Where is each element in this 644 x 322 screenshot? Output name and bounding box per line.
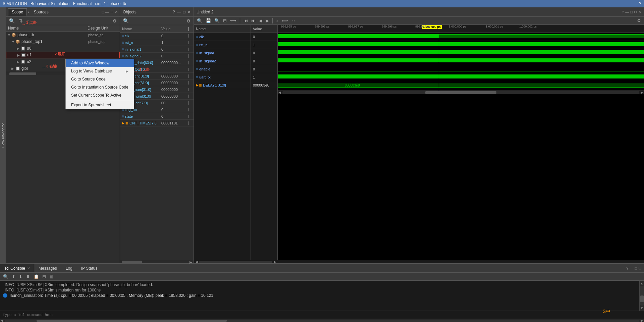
console-scroll-up[interactable]: ▲ — [640, 281, 644, 285]
console-scroll-down[interactable]: ▼ — [640, 306, 644, 310]
wave-name-in-signal1[interactable]: ⎍in_signal1 — [194, 49, 251, 57]
console-up[interactable]: ⬆ — [11, 274, 16, 279]
wave-val-uart-tx: 1 — [251, 73, 277, 81]
console-grid[interactable]: ⊞ — [41, 274, 47, 279]
wave-marker[interactable]: ↕ — [275, 18, 279, 23]
win-restore[interactable]: □ — [102, 10, 104, 14]
wave-scroll-right[interactable]: ▶ — [641, 91, 643, 94]
wave-prev[interactable]: ◀ — [258, 18, 263, 23]
scope-panel-header: Scope ‹ Sources □ — ⊡ ✕ — [6, 7, 120, 17]
obj-row-rst-n[interactable]: ⎍rst_n 1 | — [120, 39, 194, 46]
obj-scroll-arrow-right[interactable]: ▶ — [190, 260, 192, 264]
wave-start[interactable]: ⏮ — [243, 18, 249, 23]
wave-scroll-track — [282, 91, 639, 94]
wave-zoom-fit[interactable]: ⊞ — [222, 18, 228, 23]
obj-minimize[interactable]: — — [177, 10, 181, 14]
obj-row-clk[interactable]: ⎍clk 0 | — [120, 33, 194, 39]
wave-hscrollbar[interactable]: ◀ ▶ — [278, 91, 644, 94]
wave-val-in-signal2: 0 — [251, 57, 277, 65]
obj-restore[interactable]: □ — [183, 10, 185, 14]
wave-scroll-left[interactable]: ◀ — [278, 91, 281, 94]
ctx-export-spreadsheet[interactable]: Export to Spreadsheet... — [66, 101, 134, 109]
console-restore[interactable]: □ — [635, 266, 637, 270]
obj-search-btn[interactable]: 🔍 — [122, 18, 130, 24]
obj-help[interactable]: ? — [173, 10, 175, 14]
win-maximize[interactable]: ⊡ — [110, 10, 113, 14]
wave-close[interactable]: ✕ — [638, 10, 641, 14]
tree-item-phase-tb[interactable]: ▼ 📦 phase_tb phase_tb — [6, 32, 120, 38]
obj-close[interactable]: ✕ — [187, 10, 191, 14]
wave-zoom-in[interactable]: 🔍 — [213, 18, 221, 23]
console-trash[interactable]: 🗑 — [48, 274, 55, 279]
tab-log[interactable]: Log — [61, 264, 77, 272]
obj-row-state[interactable]: ⎍state 0 | — [120, 113, 194, 120]
console-hscroll-thumb[interactable] — [37, 320, 227, 322]
help-btn[interactable]: ? — [639, 1, 641, 6]
names-scroll-right[interactable]: ▶ — [274, 260, 276, 264]
wave-help[interactable]: ? — [622, 10, 624, 14]
tab-sources[interactable]: Sources — [30, 8, 52, 16]
wave-name-in-signal2[interactable]: ⎍in_signal2 — [194, 57, 251, 65]
tcl-console-close[interactable]: ✕ — [27, 266, 30, 270]
wave-end[interactable]: ⏭ — [250, 18, 257, 23]
wave-marker2[interactable]: ⟺ — [281, 18, 289, 23]
obj-row-in-signal2[interactable]: ⎍in_signal2 0 | — [120, 53, 194, 59]
console-down[interactable]: ⬇ — [18, 274, 23, 279]
wave-restore[interactable]: □ — [630, 10, 633, 14]
wave-zoom-full[interactable]: ⟷ — [229, 18, 237, 23]
tree-item-u1[interactable]: ▶ 🔲 u1 — [6, 52, 120, 58]
ctx-log-wave[interactable]: Log to Wave Database ▶ — [66, 67, 134, 75]
wave-content: Name ⎍clk ⎍rst_n ⎍in_signal1 ⎍in_signal2… — [194, 25, 644, 260]
console-input-field[interactable] — [3, 313, 641, 317]
wave-name-delay1[interactable]: ▶▦DELAY1[31:0] — [194, 81, 251, 89]
console-minimize[interactable]: — — [630, 266, 633, 270]
tab-tcl-console[interactable]: Tcl Console ✕ — [0, 264, 34, 272]
wave-expand[interactable]: ↔ — [290, 18, 297, 23]
wave-search[interactable]: 🔍 — [196, 18, 203, 23]
expand-btn[interactable]: ↕ — [26, 18, 30, 24]
wave-name-enable[interactable]: ⎍enable — [194, 65, 251, 73]
console-search[interactable]: 🔍 — [2, 274, 9, 279]
wave-settings[interactable]: ⚙ — [636, 18, 642, 23]
win-close[interactable]: ✕ — [115, 10, 118, 14]
console-pause[interactable]: ⏸ — [25, 274, 31, 279]
search-btn[interactable]: 🔍 — [8, 18, 16, 24]
wave-scroll-thumb[interactable] — [425, 91, 497, 94]
objects-scroll-thumb[interactable] — [122, 261, 142, 263]
objects-scrollbar[interactable]: ▶ — [120, 260, 194, 263]
wave-save[interactable]: 💾 — [205, 18, 212, 23]
tree-item-phase-top1[interactable]: ▼ 📦 phase_top1 phase_top — [6, 38, 120, 45]
ctx-goto-source[interactable]: Go to Source Code — [66, 75, 134, 83]
wave-maximize[interactable]: ⊡ — [634, 10, 637, 14]
win-minimize[interactable]: — — [105, 10, 109, 14]
wave-next[interactable]: ▶ — [265, 18, 270, 23]
ctx-set-scope[interactable]: Set Current Scope To Active — [66, 91, 134, 99]
scope-scroll-thumb[interactable] — [9, 72, 36, 75]
names-scroll-left[interactable]: ◀ — [195, 260, 198, 264]
console-copy[interactable]: 📋 — [33, 274, 40, 279]
console-hscrollbar[interactable]: ◀ ▶ S中 — [0, 319, 644, 322]
tree-item-u0[interactable]: ▶ 🔲 u0 — [6, 45, 120, 52]
console-help[interactable]: ? — [626, 266, 628, 270]
tab-scope[interactable]: Scope — [8, 8, 27, 16]
tab-messages[interactable]: Messages — [34, 264, 61, 272]
console-vscrollbar[interactable]: ▲ ▼ — [639, 281, 644, 311]
console-maximize[interactable]: ⊡ — [638, 266, 641, 270]
console-hscroll-left[interactable]: ◀ — [1, 319, 3, 322]
settings-btn[interactable]: ⚙ — [112, 18, 118, 24]
obj-settings-btn[interactable]: ⚙ — [185, 18, 192, 24]
wave-name-clk[interactable]: ⎍clk — [194, 33, 251, 41]
wave-name-rst-n[interactable]: ⎍rst_n — [194, 41, 251, 49]
console-hscroll-right[interactable]: ▶ — [641, 319, 643, 322]
wave-bottom-scrollbar[interactable]: ◀ ▶ — [194, 260, 644, 263]
obj-row-in-signal1[interactable]: ⎍in_signal1 0 | — [120, 46, 194, 53]
obj-row-cnt-times[interactable]: ▶▦CNT_TIMES[7:0] 00001101 | — [120, 120, 194, 126]
tab-ip-status[interactable]: IP Status — [77, 264, 102, 272]
ctx-add-wave[interactable]: Add to Wave Window — [66, 59, 134, 67]
console-scroll-thumb[interactable] — [640, 296, 644, 302]
main-container: Flow Navigator Scope ‹ Sources □ — ⊡ ✕ 🔍… — [0, 7, 644, 263]
collapse-btn[interactable]: ⇅ — [18, 18, 24, 24]
wave-minimize[interactable]: — — [625, 10, 629, 14]
wave-name-uart-tx[interactable]: ⎍uart_tx — [194, 73, 251, 81]
ctx-goto-inst-source[interactable]: Go to Instantiation Source Code — [66, 83, 134, 91]
